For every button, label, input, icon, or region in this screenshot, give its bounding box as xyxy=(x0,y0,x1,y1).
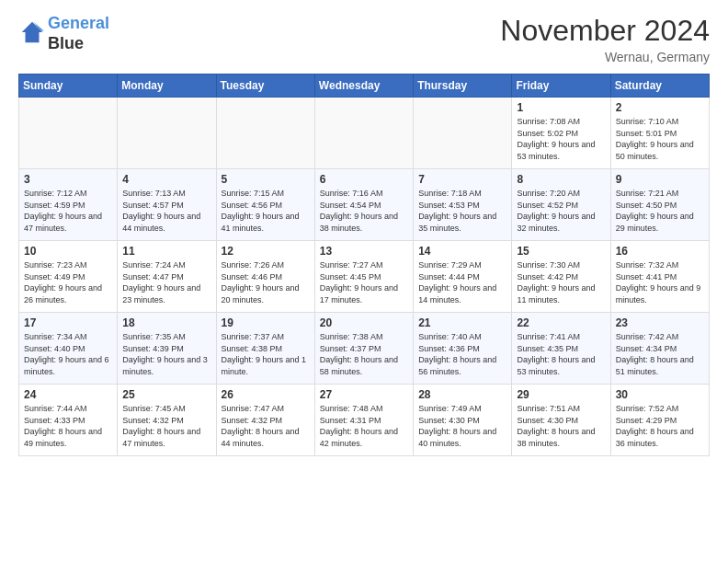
day-info: Sunrise: 7:21 AMSunset: 4:50 PMDaylight:… xyxy=(616,188,704,234)
day-number: 29 xyxy=(517,388,605,401)
day-info: Sunrise: 7:29 AMSunset: 4:44 PMDaylight:… xyxy=(418,259,506,305)
day-number: 12 xyxy=(222,245,310,258)
logo-line2: Blue xyxy=(48,34,109,54)
day-info: Sunrise: 7:49 AMSunset: 4:30 PMDaylight:… xyxy=(418,403,506,449)
calendar-week-row: 10Sunrise: 7:23 AMSunset: 4:49 PMDayligh… xyxy=(19,241,710,313)
day-info: Sunrise: 7:38 AMSunset: 4:37 PMDaylight:… xyxy=(320,331,408,377)
day-number: 23 xyxy=(616,316,704,329)
day-number: 2 xyxy=(616,101,704,114)
table-row: 22Sunrise: 7:41 AMSunset: 4:35 PMDayligh… xyxy=(512,313,610,385)
col-wednesday: Wednesday xyxy=(314,75,413,98)
table-row: 5Sunrise: 7:15 AMSunset: 4:56 PMDaylight… xyxy=(216,169,314,241)
day-info: Sunrise: 7:08 AMSunset: 5:02 PMDaylight:… xyxy=(517,116,605,162)
day-info: Sunrise: 7:45 AMSunset: 4:32 PMDaylight:… xyxy=(122,403,210,449)
table-row: 9Sunrise: 7:21 AMSunset: 4:50 PMDaylight… xyxy=(610,169,709,241)
table-row: 13Sunrise: 7:27 AMSunset: 4:45 PMDayligh… xyxy=(314,241,413,313)
col-sunday: Sunday xyxy=(19,75,118,98)
calendar: Sunday Monday Tuesday Wednesday Thursday… xyxy=(18,74,710,456)
col-thursday: Thursday xyxy=(414,75,512,98)
day-info: Sunrise: 7:26 AMSunset: 4:46 PMDaylight:… xyxy=(222,259,310,305)
calendar-week-row: 24Sunrise: 7:44 AMSunset: 4:33 PMDayligh… xyxy=(19,385,710,456)
day-info: Sunrise: 7:52 AMSunset: 4:29 PMDaylight:… xyxy=(616,403,704,449)
calendar-week-row: 17Sunrise: 7:34 AMSunset: 4:40 PMDayligh… xyxy=(19,313,710,385)
day-number: 20 xyxy=(320,316,408,329)
day-info: Sunrise: 7:42 AMSunset: 4:34 PMDaylight:… xyxy=(616,331,704,377)
day-info: Sunrise: 7:16 AMSunset: 4:54 PMDaylight:… xyxy=(320,188,408,234)
day-number: 18 xyxy=(122,316,210,329)
table-row: 1Sunrise: 7:08 AMSunset: 5:02 PMDaylight… xyxy=(512,98,610,169)
day-number: 3 xyxy=(24,173,112,186)
day-info: Sunrise: 7:47 AMSunset: 4:32 PMDaylight:… xyxy=(222,403,310,449)
day-info: Sunrise: 7:12 AMSunset: 4:59 PMDaylight:… xyxy=(24,188,112,234)
day-info: Sunrise: 7:51 AMSunset: 4:30 PMDaylight:… xyxy=(517,403,605,449)
logo-icon xyxy=(18,18,46,46)
day-info: Sunrise: 7:30 AMSunset: 4:42 PMDaylight:… xyxy=(517,259,605,305)
table-row: 10Sunrise: 7:23 AMSunset: 4:49 PMDayligh… xyxy=(19,241,118,313)
table-row: 16Sunrise: 7:32 AMSunset: 4:41 PMDayligh… xyxy=(610,241,709,313)
table-row: 27Sunrise: 7:48 AMSunset: 4:31 PMDayligh… xyxy=(314,385,413,456)
day-number: 28 xyxy=(418,388,506,401)
table-row xyxy=(314,98,413,169)
table-row: 28Sunrise: 7:49 AMSunset: 4:30 PMDayligh… xyxy=(414,385,512,456)
day-number: 13 xyxy=(320,245,408,258)
day-number: 16 xyxy=(616,245,704,258)
table-row: 3Sunrise: 7:12 AMSunset: 4:59 PMDaylight… xyxy=(19,169,118,241)
table-row: 11Sunrise: 7:24 AMSunset: 4:47 PMDayligh… xyxy=(118,241,216,313)
table-row: 30Sunrise: 7:52 AMSunset: 4:29 PMDayligh… xyxy=(610,385,709,456)
calendar-header-row: Sunday Monday Tuesday Wednesday Thursday… xyxy=(19,75,710,98)
table-row: 4Sunrise: 7:13 AMSunset: 4:57 PMDaylight… xyxy=(118,169,216,241)
table-row xyxy=(19,98,118,169)
table-row: 15Sunrise: 7:30 AMSunset: 4:42 PMDayligh… xyxy=(512,241,610,313)
table-row: 18Sunrise: 7:35 AMSunset: 4:39 PMDayligh… xyxy=(118,313,216,385)
day-number: 30 xyxy=(616,388,704,401)
day-number: 24 xyxy=(24,388,112,401)
day-number: 5 xyxy=(222,173,310,186)
day-number: 4 xyxy=(122,173,210,186)
logo-text: General Blue xyxy=(48,14,109,53)
day-number: 9 xyxy=(616,173,704,186)
table-row xyxy=(118,98,216,169)
day-number: 17 xyxy=(24,316,112,329)
day-number: 10 xyxy=(24,245,112,258)
day-number: 14 xyxy=(418,245,506,258)
day-number: 21 xyxy=(418,316,506,329)
day-number: 11 xyxy=(122,245,210,258)
table-row: 17Sunrise: 7:34 AMSunset: 4:40 PMDayligh… xyxy=(19,313,118,385)
logo-line1: General xyxy=(48,14,109,32)
table-row: 23Sunrise: 7:42 AMSunset: 4:34 PMDayligh… xyxy=(610,313,709,385)
day-info: Sunrise: 7:24 AMSunset: 4:47 PMDaylight:… xyxy=(122,259,210,305)
calendar-week-row: 1Sunrise: 7:08 AMSunset: 5:02 PMDaylight… xyxy=(19,98,710,169)
day-number: 15 xyxy=(517,245,605,258)
day-info: Sunrise: 7:10 AMSunset: 5:01 PMDaylight:… xyxy=(616,116,704,162)
table-row: 20Sunrise: 7:38 AMSunset: 4:37 PMDayligh… xyxy=(314,313,413,385)
title-block: November 2024 Wernau, Germany xyxy=(500,14,710,64)
day-number: 8 xyxy=(517,173,605,186)
day-number: 7 xyxy=(418,173,506,186)
table-row xyxy=(414,98,512,169)
day-number: 22 xyxy=(517,316,605,329)
day-info: Sunrise: 7:20 AMSunset: 4:52 PMDaylight:… xyxy=(517,188,605,234)
day-info: Sunrise: 7:15 AMSunset: 4:56 PMDaylight:… xyxy=(222,188,310,234)
day-info: Sunrise: 7:41 AMSunset: 4:35 PMDaylight:… xyxy=(517,331,605,377)
day-info: Sunrise: 7:27 AMSunset: 4:45 PMDaylight:… xyxy=(320,259,408,305)
table-row: 14Sunrise: 7:29 AMSunset: 4:44 PMDayligh… xyxy=(414,241,512,313)
month-title: November 2024 xyxy=(500,14,710,48)
table-row: 12Sunrise: 7:26 AMSunset: 4:46 PMDayligh… xyxy=(216,241,314,313)
day-number: 1 xyxy=(517,101,605,114)
day-info: Sunrise: 7:48 AMSunset: 4:31 PMDaylight:… xyxy=(320,403,408,449)
day-info: Sunrise: 7:40 AMSunset: 4:36 PMDaylight:… xyxy=(418,331,506,377)
day-number: 25 xyxy=(122,388,210,401)
table-row: 29Sunrise: 7:51 AMSunset: 4:30 PMDayligh… xyxy=(512,385,610,456)
col-monday: Monday xyxy=(118,75,216,98)
day-info: Sunrise: 7:35 AMSunset: 4:39 PMDaylight:… xyxy=(122,331,210,377)
day-info: Sunrise: 7:44 AMSunset: 4:33 PMDaylight:… xyxy=(24,403,112,449)
day-number: 27 xyxy=(320,388,408,401)
table-row xyxy=(216,98,314,169)
table-row: 25Sunrise: 7:45 AMSunset: 4:32 PMDayligh… xyxy=(118,385,216,456)
header: General Blue November 2024 Wernau, Germa… xyxy=(18,14,710,64)
table-row: 8Sunrise: 7:20 AMSunset: 4:52 PMDaylight… xyxy=(512,169,610,241)
day-info: Sunrise: 7:18 AMSunset: 4:53 PMDaylight:… xyxy=(418,188,506,234)
col-friday: Friday xyxy=(512,75,610,98)
logo: General Blue xyxy=(18,14,109,53)
day-info: Sunrise: 7:13 AMSunset: 4:57 PMDaylight:… xyxy=(122,188,210,234)
